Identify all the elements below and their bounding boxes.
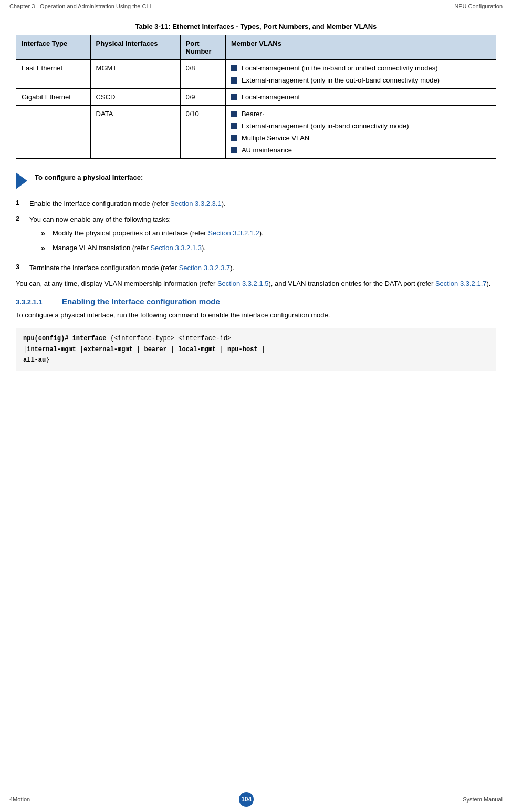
para-vlan: You can, at any time, display VLAN membe…: [16, 279, 496, 290]
cell-interface-type-2: Gigabit Ethernet: [16, 89, 91, 106]
vlan-bullet-item: Local-management: [231, 93, 490, 101]
header-left: Chapter 3 - Operation and Administration…: [9, 3, 151, 9]
section-desc: To configure a physical interface, run t…: [16, 310, 496, 321]
link-section-33212[interactable]: Section 3.3.2.1.2: [208, 229, 259, 237]
vlan-bullet-item: External-management (only in-band connec…: [231, 122, 490, 130]
section-num: 3.3.2.1.1: [16, 298, 58, 306]
cell-vlans-3: Bearer· External-management (only in-ban…: [225, 106, 496, 159]
step-text-2: You can now enable any of the following …: [29, 214, 264, 258]
table-title: Table 3-11: Ethernet Interfaces - Types,…: [16, 23, 496, 30]
code-block: npu(config)# interface {<interface-type>…: [16, 328, 496, 371]
col-port-number: PortNumber: [180, 35, 225, 60]
bullet-square-icon: [231, 147, 237, 153]
vlan-label: Multiple Service VLAN: [242, 134, 309, 142]
cell-port-2: 0/9: [180, 89, 225, 106]
step-text-1: Enable the interface configuration mode …: [29, 199, 226, 209]
step-num-2: 2: [16, 214, 26, 222]
note-box: To configure a physical interface:: [16, 171, 496, 189]
step-row-3: 3 Terminate the interface configuration …: [16, 263, 496, 273]
cell-vlans-1: Local-management (in the in-band or unif…: [225, 60, 496, 89]
vlan-label: Local-management (in the in-band or unif…: [242, 64, 438, 72]
section-heading-row: 3.3.2.1.1 Enabling the Interface configu…: [16, 297, 496, 306]
page-footer: 4Motion 104 System Manual: [0, 792, 512, 807]
vlan-label: Bearer·: [242, 110, 264, 118]
cell-physical-3: DATA: [90, 106, 180, 159]
step-text-3: Terminate the interface configuration mo…: [29, 263, 234, 273]
bullet-square-icon: [231, 123, 237, 129]
link-section-33217[interactable]: Section 3.3.2.1.7: [435, 280, 487, 287]
vlan-label: External-management (only in-band connec…: [242, 122, 409, 130]
col-physical-interfaces: Physical Interfaces: [90, 35, 180, 60]
step-row-1: 1 Enable the interface configuration mod…: [16, 199, 496, 209]
link-section-33237[interactable]: Section 3.3.2.3.7: [179, 264, 231, 272]
main-table: Interface Type Physical Interfaces PortN…: [16, 35, 496, 159]
header-right: NPU Configuration: [454, 3, 503, 9]
table-row: DATA 0/10 Bearer· External-management (o…: [16, 106, 496, 159]
vlan-label: External-management (only in the out-of-…: [242, 76, 440, 84]
vlan-bullet-item: AU maintenance: [231, 146, 490, 154]
table-row: Gigabit Ethernet CSCD 0/9 Local-manageme…: [16, 89, 496, 106]
vlan-bullet-item: Local-management (in the in-band or unif…: [231, 64, 490, 72]
sub-bullet-1: »: [41, 228, 49, 240]
vlan-bullet-item: External-management (only in the out-of-…: [231, 76, 490, 84]
col-interface-type: Interface Type: [16, 35, 91, 60]
sub-bullet-2: »: [41, 243, 49, 254]
cell-vlans-2: Local-management: [225, 89, 496, 106]
bullet-square-icon: [231, 94, 237, 100]
cell-port-1: 0/8: [180, 60, 225, 89]
footer-left: 4Motion: [9, 796, 30, 803]
cell-physical-1: MGMT: [90, 60, 180, 89]
step-num-3: 3: [16, 263, 26, 271]
bullet-square-icon: [231, 111, 237, 117]
page-header: Chapter 3 - Operation and Administration…: [0, 0, 512, 13]
vlan-bullet-item: Multiple Service VLAN: [231, 134, 490, 142]
col-member-vlans: Member VLANs: [225, 35, 496, 60]
bullet-square-icon: [231, 135, 237, 141]
vlan-label: AU maintenance: [242, 146, 292, 154]
step-num-1: 1: [16, 199, 26, 207]
cell-interface-type-1: Fast Ethernet: [16, 60, 91, 89]
cell-interface-type-3: [16, 106, 91, 159]
link-section-3321[interactable]: Section 3.3.2.3.1: [170, 200, 222, 208]
sub-step-text-2: Manage VLAN translation (refer Section 3…: [53, 243, 206, 253]
bullet-square-icon: [231, 77, 237, 84]
footer-page-num: 104: [239, 792, 254, 807]
step-row-2: 2 You can now enable any of the followin…: [16, 214, 496, 258]
page-content: Table 3-11: Ethernet Interfaces - Types,…: [0, 13, 512, 392]
steps-section: 1 Enable the interface configuration mod…: [16, 199, 496, 273]
bullet-square-icon: [231, 65, 237, 71]
note-arrow-icon: [16, 172, 27, 189]
table-header-row: Interface Type Physical Interfaces PortN…: [16, 35, 496, 60]
sub-step-row-2: » Manage VLAN translation (refer Section…: [41, 243, 264, 254]
vlan-bullet-item: Bearer·: [231, 110, 490, 118]
cell-physical-2: CSCD: [90, 89, 180, 106]
sub-steps: » Modify the physical properties of an i…: [29, 228, 264, 254]
cell-port-3: 0/10: [180, 106, 225, 159]
sub-step-row-1: » Modify the physical properties of an i…: [41, 228, 264, 240]
vlan-label: Local-management: [242, 93, 300, 101]
section-title: Enabling the Interface configuration mod…: [62, 297, 220, 306]
sub-step-text-1: Modify the physical properties of an int…: [53, 228, 264, 239]
footer-right: System Manual: [463, 796, 503, 803]
link-section-33213[interactable]: Section 3.3.2.1.3: [150, 244, 202, 252]
note-text: To configure a physical interface:: [35, 171, 143, 181]
table-row: Fast Ethernet MGMT 0/8 Local-management …: [16, 60, 496, 89]
link-section-33215[interactable]: Section 3.3.2.1.5: [217, 280, 269, 287]
